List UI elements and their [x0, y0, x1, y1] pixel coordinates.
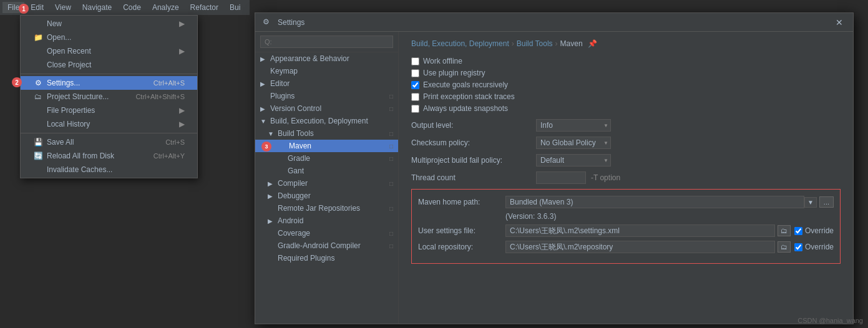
- user-settings-row: User settings file: 🗂 Override: [418, 224, 834, 237]
- history-arrow: ▶: [179, 120, 185, 128]
- editor-label: Editor: [270, 79, 290, 88]
- sidebar-item-required-plugins[interactable]: Required Plugins: [255, 252, 398, 264]
- maven-home-browse-btn[interactable]: ...: [819, 196, 834, 208]
- menu-item-new[interactable]: New ▶: [21, 17, 197, 31]
- user-settings-browse-btn[interactable]: 🗂: [778, 225, 791, 236]
- breadcrumb-build-exec[interactable]: Build, Execution, Deployment: [411, 39, 509, 48]
- sidebar-item-compiler[interactable]: ▶ Compiler □: [255, 177, 398, 190]
- execute-goals-checkbox[interactable]: [411, 81, 419, 89]
- settings-shortcut: Ctrl+Alt+S: [154, 79, 185, 87]
- sidebar-item-plugins[interactable]: Plugins □: [255, 90, 398, 102]
- menu-refactor[interactable]: Refactor: [185, 2, 223, 13]
- breadcrumb-build-tools[interactable]: Build Tools: [517, 39, 553, 48]
- dialog-titlebar: ⚙ Settings ✕: [255, 13, 853, 32]
- checksum-policy-select[interactable]: No Global Policy Strict Lax: [536, 137, 611, 149]
- sidebar-item-appearance[interactable]: ▶ Appearance & Behavior: [255, 52, 398, 65]
- gradle-android-ext-icon: □: [389, 243, 393, 249]
- project-structure-icon: 🗂: [33, 92, 43, 102]
- maven-home-dropdown-btn[interactable]: ▼: [804, 197, 817, 208]
- menu-item-open[interactable]: 📁 Open...: [21, 31, 197, 44]
- vcs-ext-icon: □: [389, 105, 393, 112]
- gant-label: Gant: [288, 166, 304, 175]
- menu-view[interactable]: View: [50, 2, 76, 13]
- maven-paths-section: Maven home path: ▼ ... (Version: 3.6.3) …: [411, 189, 841, 264]
- appearance-label: Appearance & Behavior: [270, 54, 349, 63]
- android-label: Android: [278, 216, 303, 225]
- sidebar-item-coverage[interactable]: Coverage □: [255, 227, 398, 239]
- menu-code[interactable]: Code: [118, 2, 146, 13]
- sidebar-item-gradle-android[interactable]: Gradle-Android Compiler □: [255, 239, 398, 252]
- menu-item-reload[interactable]: 🔄 Reload All from Disk Ctrl+Alt+Y: [21, 149, 197, 163]
- menu-bui[interactable]: Bui: [225, 2, 245, 13]
- save-icon: 💾: [33, 137, 43, 147]
- output-level-select[interactable]: Info Debug Warning: [536, 119, 611, 132]
- menu-analyze[interactable]: Analyze: [147, 2, 184, 13]
- sidebar-item-editor[interactable]: ▶ Editor: [255, 77, 398, 90]
- work-offline-checkbox[interactable]: [411, 57, 419, 65]
- sidebar-item-build-execution[interactable]: ▼ Build, Execution, Deployment: [255, 115, 398, 127]
- print-stack-traces-row: Print exception stack traces: [411, 92, 841, 101]
- maven-label: Maven: [289, 142, 311, 150]
- sidebar-item-maven[interactable]: 3 Maven □: [255, 140, 398, 152]
- menu-item-close-project[interactable]: Close Project: [21, 58, 197, 72]
- sidebar-item-gradle[interactable]: Gradle □: [255, 152, 398, 165]
- settings-main-content: Build, Execution, Deployment › Build Too…: [399, 32, 853, 324]
- execute-goals-label: Execute goals recursively: [423, 80, 508, 89]
- print-stack-traces-checkbox[interactable]: [411, 93, 419, 101]
- gradle-label: Gradle: [288, 154, 310, 163]
- maven-checkboxes-section: Work offline Use plugin registry Execute…: [411, 57, 841, 113]
- sidebar-item-keymap[interactable]: Keymap: [255, 65, 398, 77]
- compiler-arrow: ▶: [268, 180, 275, 187]
- sidebar-item-debugger[interactable]: ▶ Debugger: [255, 190, 398, 202]
- multiproject-row: Multiproject build fail policy: Default …: [411, 154, 841, 166]
- sidebar-item-build-tools[interactable]: ▼ Build Tools □: [255, 127, 398, 140]
- multiproject-label: Multiproject build fail policy:: [411, 156, 536, 165]
- remote-jar-label: Remote Jar Repositories: [278, 204, 360, 213]
- always-update-snapshots-checkbox[interactable]: [411, 105, 419, 113]
- print-stack-traces-label: Print exception stack traces: [423, 92, 515, 101]
- menu-edit[interactable]: Edit: [26, 2, 49, 13]
- output-level-row: Output level: Info Debug Warning: [411, 119, 841, 132]
- separator-2: [21, 133, 197, 133]
- use-plugin-registry-checkbox[interactable]: [411, 69, 419, 77]
- sidebar-item-remote-jar[interactable]: Remote Jar Repositories □: [255, 202, 398, 215]
- menu-bar: File Edit View Navigate Code Analyze Ref…: [0, 0, 250, 15]
- menu-item-open-recent[interactable]: Open Recent ▶: [21, 44, 197, 58]
- thread-count-input[interactable]: [536, 171, 586, 184]
- local-repo-override-label: Override: [794, 243, 834, 251]
- menu-item-save-all[interactable]: 💾 Save All Ctrl+S: [21, 135, 197, 149]
- maven-version: (Version: 3.6.3): [418, 212, 834, 221]
- dialog-body: ▶ Appearance & Behavior Keymap ▶ Editor …: [255, 32, 853, 324]
- menu-item-local-history[interactable]: Local History ▶: [21, 117, 197, 131]
- sidebar-item-gant[interactable]: Gant: [255, 165, 398, 177]
- dialog-close-button[interactable]: ✕: [833, 16, 846, 29]
- file-props-icon: [33, 105, 43, 115]
- menu-item-project-structure[interactable]: 🗂 Project Structure... Ctrl+Alt+Shift+S: [21, 90, 197, 104]
- settings-search-input[interactable]: [260, 36, 393, 48]
- settings-dialog: ⚙ Settings ✕ ▶ Appearance & Behavior Key…: [255, 12, 854, 324]
- local-repo-input[interactable]: [505, 241, 775, 253]
- build-tools-ext-icon: □: [389, 130, 393, 137]
- menu-item-invalidate[interactable]: Invalidate Caches...: [21, 163, 197, 176]
- user-settings-input[interactable]: [505, 224, 775, 237]
- maven-home-input-group: ▼ ...: [505, 196, 834, 208]
- menu-item-settings[interactable]: 2 ⚙ Settings... Ctrl+Alt+S: [21, 76, 197, 90]
- coverage-label: Coverage: [278, 229, 310, 238]
- local-repo-override-checkbox[interactable]: [794, 243, 802, 251]
- breadcrumb-maven: Maven: [560, 39, 583, 48]
- dialog-title: Settings: [278, 18, 833, 27]
- menu-item-file-properties[interactable]: File Properties ▶: [21, 104, 197, 117]
- close-proj-icon: [33, 60, 43, 70]
- local-repo-browse-btn[interactable]: 🗂: [778, 241, 791, 253]
- user-settings-override-checkbox[interactable]: [794, 227, 802, 235]
- sidebar-item-vcs[interactable]: ▶ Version Control □: [255, 102, 398, 115]
- multiproject-select[interactable]: Default Fail At End Never Fail: [536, 154, 611, 166]
- local-repo-label: Local repository:: [418, 243, 505, 251]
- thread-count-suffix: -T option: [591, 173, 620, 182]
- sidebar-item-android[interactable]: ▶ Android: [255, 215, 398, 227]
- remote-jar-ext-icon: □: [389, 205, 393, 212]
- menu-navigate[interactable]: Navigate: [77, 2, 117, 13]
- gradle-android-label: Gradle-Android Compiler: [278, 241, 361, 250]
- history-icon: [33, 119, 43, 129]
- maven-home-input[interactable]: [505, 196, 804, 208]
